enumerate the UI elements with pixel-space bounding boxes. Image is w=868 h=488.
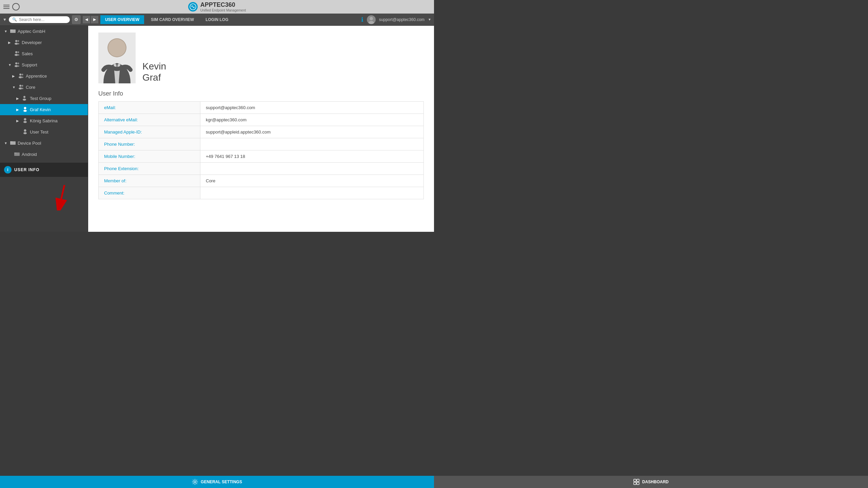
sidebar-item-apptec-gmbh[interactable]: ▼ Apptec GmbH	[0, 26, 88, 37]
svg-point-16	[17, 65, 19, 67]
sidebar-item-android[interactable]: Android	[0, 149, 88, 160]
user-first-name: Kevin	[142, 61, 166, 72]
user-icon	[22, 106, 28, 113]
sidebar-item-device-pool[interactable]: ▼ Device Pool	[0, 138, 88, 149]
logo-text: APPTEC360	[200, 1, 246, 8]
table-row: Mobile Number: +49 7641 967 13 18	[99, 150, 424, 163]
field-value: Core	[200, 175, 424, 187]
sidebar-label: Test Group	[30, 96, 52, 101]
search-box: 🔍	[9, 16, 70, 23]
field-value: +49 7641 967 13 18	[200, 150, 424, 163]
svg-point-11	[18, 52, 19, 53]
svg-point-5	[15, 40, 17, 42]
folder-icon	[10, 140, 16, 146]
sidebar-label: User Test	[30, 129, 48, 135]
users-icon	[14, 50, 20, 57]
sidebar-item-konig-sabrina[interactable]: ▶ König Sabrina	[0, 115, 88, 126]
table-row: Alternative eMail: kgr@apptec360.com	[99, 114, 424, 126]
notification-icon[interactable]: ℹ	[361, 16, 363, 23]
sidebar-label: Support	[22, 62, 37, 67]
sidebar-item-core[interactable]: ▼ Core	[0, 82, 88, 93]
table-row: eMail: support@apptec360.com	[99, 102, 424, 114]
caret-core: ▼	[12, 85, 16, 89]
user-avatar-large	[98, 33, 136, 83]
caret-support: ▼	[8, 63, 12, 67]
table-row: Member of: Core	[99, 175, 424, 187]
field-label: Member of:	[99, 175, 200, 187]
circle-widget[interactable]	[12, 3, 20, 11]
svg-point-29	[24, 118, 26, 121]
user-profile-header: Kevin Graf	[98, 33, 424, 83]
svg-point-21	[19, 85, 21, 87]
sidebar-item-graf-kevin[interactable]: ▶ Graf Kevin	[0, 104, 88, 115]
svg-point-8	[17, 43, 19, 44]
sidebar-item-test-group[interactable]: ▶ Test Group	[0, 93, 88, 104]
info-icon: i	[4, 166, 12, 174]
logo-area: APPTEC360 Unified Endpoint Management	[188, 1, 246, 12]
users-icon	[14, 62, 20, 68]
svg-rect-34	[10, 141, 13, 142]
svg-point-26	[23, 99, 26, 101]
svg-point-12	[17, 54, 19, 56]
svg-point-39	[108, 39, 126, 57]
user-icon	[22, 129, 28, 135]
field-label: Mobile Number:	[99, 150, 200, 163]
user-dropdown-caret[interactable]: ▼	[428, 18, 431, 21]
user-avatar	[367, 15, 376, 24]
caret-apprentice: ▶	[12, 74, 16, 78]
user-info-label: USER INFO	[14, 167, 39, 172]
nav-arrows: ◀ ▶	[83, 16, 98, 23]
users-icon	[22, 95, 28, 102]
tab-sim-card-overview[interactable]: SIM CARD OVERVIEW	[146, 15, 199, 24]
svg-point-17	[19, 74, 21, 76]
sidebar-label: Apptec GmbH	[18, 29, 45, 34]
field-value	[200, 187, 424, 199]
field-value: kgr@apptec360.com	[200, 114, 424, 126]
sidebar: ▼ Apptec GmbH ▶ Developer Sales ▼	[0, 26, 88, 232]
caret-developer: ▶	[8, 41, 12, 44]
settings-gear-button[interactable]: ⚙	[72, 15, 81, 24]
sidebar-item-sales[interactable]: Sales	[0, 48, 88, 59]
sidebar-item-user-test[interactable]: User Test	[0, 126, 88, 138]
user-last-name: Graf	[142, 72, 166, 83]
nav-forward-button[interactable]: ▶	[91, 16, 98, 23]
sidebar-label: Device Pool	[18, 141, 41, 146]
field-label: Managed Apple-ID:	[99, 126, 200, 138]
table-row: Phone Extension:	[99, 163, 424, 175]
svg-point-15	[18, 63, 19, 64]
nav-back-button[interactable]: ◀	[83, 16, 90, 23]
sidebar-label: Android	[22, 152, 37, 157]
svg-rect-36	[14, 152, 17, 154]
caret-graf: ▶	[16, 108, 20, 111]
svg-rect-4	[10, 29, 13, 30]
svg-point-19	[22, 74, 23, 76]
caret-testgroup: ▶	[16, 97, 20, 100]
sidebar-item-support[interactable]: ▼ Support	[0, 59, 88, 70]
field-label: eMail:	[99, 102, 200, 114]
svg-point-20	[21, 77, 23, 78]
nav-right: ℹ support@apptec360.com ▼	[361, 15, 431, 24]
users-icon	[18, 84, 24, 90]
field-value: support@appleid.apptec360.com	[200, 126, 424, 138]
user-name-block: Kevin Graf	[142, 61, 166, 83]
sidebar-label: Sales	[22, 51, 33, 56]
field-value: support@apptec360.com	[200, 102, 424, 114]
main-layout: ▼ Apptec GmbH ▶ Developer Sales ▼	[0, 26, 434, 232]
sidebar-label: Core	[26, 85, 35, 90]
hamburger-menu[interactable]	[3, 5, 9, 9]
caret-apptec: ▼	[4, 29, 8, 33]
svg-point-2	[369, 21, 374, 24]
sidebar-info-panel: i USER INFO	[0, 163, 88, 177]
user-email-display: support@apptec360.com	[379, 17, 425, 22]
tab-user-overview[interactable]: USER OVERVIEW	[100, 15, 144, 24]
tab-login-log[interactable]: LOGIN LOG	[201, 15, 233, 24]
sidebar-item-apprentice[interactable]: ▶ Apprentice	[0, 70, 88, 82]
svg-point-27	[24, 107, 26, 109]
field-label: Comment:	[99, 187, 200, 199]
search-input[interactable]	[19, 17, 63, 22]
nav-dropdown-arrow[interactable]: ▼	[3, 17, 7, 22]
svg-point-25	[23, 96, 25, 98]
caret-konig: ▶	[16, 119, 20, 123]
user-info-table: eMail: support@apptec360.com Alternative…	[98, 101, 424, 199]
sidebar-item-developer[interactable]: ▶ Developer	[0, 37, 88, 48]
